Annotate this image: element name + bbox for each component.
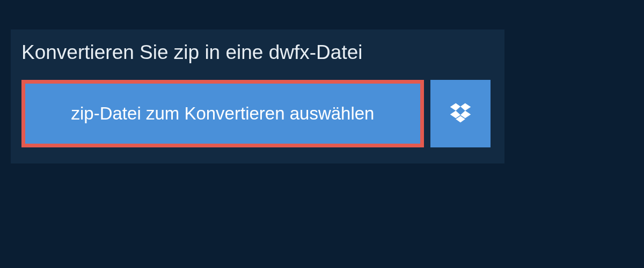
- button-row: zip-Datei zum Konvertieren auswählen: [11, 80, 504, 163]
- dropbox-button[interactable]: [430, 80, 491, 147]
- select-file-button[interactable]: zip-Datei zum Konvertieren auswählen: [21, 80, 424, 147]
- page-title: Konvertieren Sie zip in eine dwfx-Datei: [11, 29, 504, 80]
- converter-panel: Konvertieren Sie zip in eine dwfx-Datei …: [11, 29, 504, 163]
- select-file-label: zip-Datei zum Konvertieren auswählen: [71, 103, 375, 124]
- dropbox-icon: [449, 101, 472, 126]
